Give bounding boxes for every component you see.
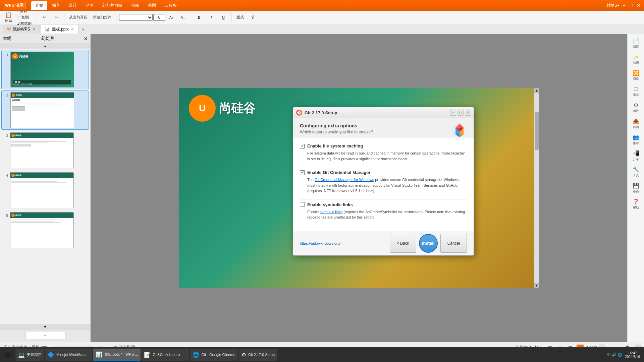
checkbox-symlinks[interactable]	[300, 202, 305, 207]
menu-tab-review[interactable]: 审阅	[127, 1, 143, 10]
panel-close-btn[interactable]: ✕	[84, 36, 88, 41]
right-btn-tools[interactable]: 🔧 工具	[628, 164, 644, 180]
back-button[interactable]: < Back	[390, 234, 416, 253]
cancel-button[interactable]: Cancel	[440, 234, 467, 253]
option-symlinks-group: Enable symbolic links Enable symbolic li…	[300, 202, 467, 220]
option-filesystem-row: Enable file system caching	[300, 143, 467, 148]
new-tab-btn[interactable]: +	[79, 25, 87, 33]
separator-2	[300, 199, 467, 199]
right-btn-transition[interactable]: 🔀 切换	[628, 68, 644, 83]
slide-scroll-down[interactable]: ▼	[0, 324, 90, 329]
right-btn-properties[interactable]: ⚙ 属性	[628, 100, 644, 115]
menu-tab-cloud[interactable]: 云服务	[161, 1, 181, 10]
tab-my-wps-close[interactable]: ✕	[32, 27, 36, 32]
menu-tab-insert[interactable]: 插入	[48, 1, 64, 10]
right-btn-recommend[interactable]: 👥 推荐	[628, 132, 644, 147]
footer-link[interactable]: https://gitforwindows.org/	[300, 241, 390, 245]
taskbar-item-1[interactable]: 🔷 Mindjet MindMana...	[45, 349, 92, 361]
right-btn-animation[interactable]: ✨ 动画	[628, 52, 644, 67]
maximize-btn[interactable]: □	[629, 3, 634, 8]
slide-preview-1: U 尚硅谷 黑 板 副标题：尚硅谷·标题	[10, 52, 74, 87]
dialog-close-btn[interactable]: ✕	[465, 110, 471, 116]
scrollbar-up-btn[interactable]: ▲	[534, 88, 539, 93]
font-family-select[interactable]	[119, 14, 153, 21]
slide-thumb-2[interactable]: 2 尚硅谷 内容标题	[1, 90, 89, 130]
font-size-up-btn[interactable]: A↑	[166, 15, 177, 20]
taskbar-item-3[interactable]: 📝 Git&GitHub.docx - ...	[141, 349, 189, 361]
tab-blackboard-close[interactable]: ✕	[71, 27, 74, 32]
taskbar-item-0[interactable]: 💻 安装程序	[15, 349, 44, 361]
slides-label[interactable]: 幻灯片	[41, 36, 54, 42]
undo-btn[interactable]: ↩	[39, 14, 49, 20]
layout-btn[interactable]: 版式	[234, 14, 246, 20]
menu-tab-start[interactable]: 开始	[31, 1, 47, 10]
taskbar-icon-3: 📝	[144, 352, 151, 358]
taskbar-label-4: Git - Google Chrome	[201, 353, 235, 357]
undo-icon: ↩	[43, 15, 46, 19]
copy-btn[interactable]: 📄 复制	[15, 14, 33, 20]
taskbar-item-2[interactable]: 📊 黑板.pptx * - WPS ...	[93, 349, 141, 361]
tab-my-wps[interactable]: W 我的WPS ✕	[3, 25, 40, 34]
section-btn[interactable]: 节	[247, 14, 258, 20]
right-btn-backup[interactable]: 💾 备份	[628, 180, 644, 196]
scrollbar-down-btn[interactable]: ▼	[534, 283, 539, 288]
redo-btn[interactable]: ↪	[51, 14, 61, 20]
slide-preview-3: 尚硅谷	[10, 132, 74, 168]
menu-tab-design[interactable]: 设计	[65, 1, 81, 10]
right-btn-shape[interactable]: ⬡ 形状	[628, 84, 644, 99]
italic-btn[interactable]: I	[206, 15, 217, 20]
slide-thumb-3[interactable]: 3 尚硅谷	[1, 131, 89, 170]
right-btn-upload[interactable]: 📤 传图	[628, 116, 644, 131]
right-btn-share[interactable]: 📲 分享	[628, 148, 644, 164]
bold-btn[interactable]: B	[194, 15, 205, 20]
paste-btn[interactable]: 📋 粘贴	[3, 11, 14, 24]
right-btn-new[interactable]: 📄 新建	[628, 36, 644, 51]
symbolic-links-link[interactable]: symbolic links	[320, 210, 342, 214]
slide-thumb-5[interactable]: 5 尚硅谷	[1, 211, 89, 249]
add-slide-btn[interactable]: +	[25, 332, 65, 340]
dialog-minimize-btn[interactable]: −	[450, 110, 456, 116]
paste-icon: 📋	[5, 12, 12, 18]
right-btn-help[interactable]: ❓ 帮助	[628, 196, 644, 212]
tab-blackboard[interactable]: 📊 黑板.pptx ✕	[41, 25, 78, 34]
git-setup-icon	[296, 109, 303, 116]
underline-btn[interactable]: U	[218, 15, 229, 20]
close-btn[interactable]: ✕	[636, 3, 641, 8]
font-size-input[interactable]	[153, 14, 165, 21]
new-slide-btn[interactable]: 新建幻灯片	[91, 14, 113, 20]
canvas-vertical-scrollbar[interactable]: ▲ ▼	[534, 88, 539, 288]
font-size-down-btn[interactable]: A↓	[177, 15, 188, 20]
taskbar-start-btn[interactable]: ⊞	[1, 349, 15, 361]
outline-label[interactable]: 大纲	[3, 36, 11, 42]
taskbar-clock[interactable]: 16:42 2024/5/16	[625, 351, 640, 359]
install-button[interactable]: Install	[419, 234, 438, 253]
taskbar-icon-2: 📊	[96, 351, 102, 358]
from-start-btn[interactable]: 从当前开始	[67, 14, 90, 20]
credential-manager-link[interactable]: Git Credential Manager for Windows	[315, 178, 374, 182]
taskbar-icon-0: 💻	[18, 352, 25, 358]
upload-icon: 📤	[633, 118, 639, 124]
menu-tab-animation[interactable]: 动画	[82, 1, 98, 10]
right-panel: 📄 新建 ✨ 动画 🔀 切换 ⬡ 形状 ⚙ 属性 📤 传图 👥 推荐 📲	[627, 34, 644, 342]
footer-buttons: < Back Install Cancel	[390, 234, 467, 253]
font-size-up-icon: A↑	[169, 15, 174, 19]
slide-thumb-1[interactable]: 1 U 尚硅谷 黑 板 副标题：尚硅谷·标题	[1, 50, 89, 89]
slides-container: 1 U 尚硅谷 黑 板 副标题：尚硅谷·标题 2	[0, 49, 90, 324]
share-icon: 📲	[633, 150, 639, 157]
menu-tab-view[interactable]: 视图	[144, 1, 160, 10]
slide-scroll-up[interactable]: ▲	[0, 43, 90, 49]
menu-tab-slideshow[interactable]: 幻灯片放映	[98, 1, 126, 10]
taskbar-date: 2024/5/16	[625, 355, 640, 359]
dialog-overlay: Git 2.17.0 Setup − □ ✕ Configuring extra…	[179, 88, 534, 288]
minimize-btn[interactable]: −	[621, 3, 627, 8]
checkbox-credential[interactable]	[300, 170, 305, 175]
slide-thumb-4[interactable]: 4 尚硅谷	[1, 171, 89, 209]
taskbar-icon-1: 🔷	[48, 352, 54, 358]
scrollbar-thumb[interactable]	[535, 112, 539, 150]
taskbar-label-5: Git 2.17.0 Setup	[248, 353, 275, 357]
dialog-maximize-btn[interactable]: □	[458, 110, 464, 116]
document-tab-bar: W 我的WPS ✕ 📊 黑板.pptx ✕ +	[0, 24, 644, 34]
checkbox-filesystem[interactable]	[300, 144, 305, 148]
taskbar-item-5[interactable]: ⚙ Git 2.17.0 Setup	[239, 349, 278, 361]
taskbar-item-4[interactable]: 🌐 Git - Google Chrome	[190, 349, 238, 361]
